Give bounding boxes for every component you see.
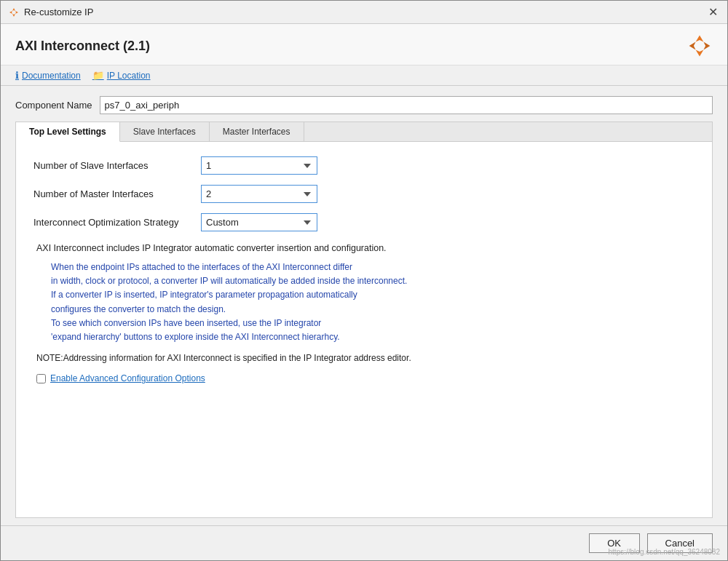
watermark: https://blog.csdn.net/qq_36248082 — [609, 548, 720, 556]
tab-body: Number of Slave Interfaces 1 2 3 4 Numbe… — [16, 142, 712, 517]
info-section: AXI Interconnect includes IP Integrator … — [33, 243, 695, 383]
info-detail-line-3: If a converter IP is inserted, IP integr… — [51, 288, 692, 302]
close-button[interactable]: ✕ — [705, 5, 720, 20]
optimization-select[interactable]: Custom Minimize Area Maximize Performanc… — [201, 213, 317, 231]
info-detail-line-4: configures the converter to match the de… — [51, 303, 692, 317]
slave-interfaces-select[interactable]: 1 2 3 4 — [201, 156, 317, 175]
info-detail-line-5: To see which conversion IPs have been in… — [51, 317, 692, 330]
ip-location-label: IP Location — [107, 71, 151, 81]
tab-master-interfaces[interactable]: Master Interfaces — [210, 122, 304, 141]
checkbox-row: Enable Advanced Configuration Options — [36, 373, 692, 383]
info-detail-line-1: When the endpoint IPs attached to the in… — [51, 260, 692, 274]
tab-header: Top Level Settings Slave Interfaces Mast… — [16, 122, 712, 142]
info-detail-line-2: in width, clock or protocol, a converter… — [51, 274, 692, 288]
component-name-row: Component Name — [1, 86, 727, 122]
info-detail-line-6: 'expand hierarchy' buttons to explore in… — [51, 330, 692, 344]
optimization-label: Interconnect Optimization Strategy — [33, 217, 201, 228]
folder-icon: 📁 — [92, 70, 104, 81]
app-icon — [8, 7, 20, 18]
master-interfaces-label: Number of Master Interfaces — [33, 188, 201, 199]
documentation-label: Documentation — [22, 71, 81, 81]
main-content: Top Level Settings Slave Interfaces Mast… — [1, 122, 727, 525]
master-interfaces-select[interactable]: 1 2 3 4 — [201, 185, 317, 203]
dialog: Re-customize IP ✕ AXI Interconnect (2.1)… — [0, 0, 728, 561]
documentation-link[interactable]: ℹ Documentation — [15, 70, 81, 81]
svg-marker-6 — [696, 49, 704, 56]
tab-top-level-settings[interactable]: Top Level Settings — [16, 122, 120, 142]
svg-marker-1 — [15, 11, 18, 14]
title-bar-left: Re-customize IP — [8, 7, 93, 18]
advanced-config-checkbox[interactable] — [36, 374, 46, 383]
svg-marker-7 — [689, 42, 696, 50]
header-section: AXI Interconnect (2.1) — [1, 24, 727, 65]
info-main-text: AXI Interconnect includes IP Integrator … — [36, 243, 692, 253]
app-logo — [687, 33, 713, 59]
app-title: AXI Interconnect (2.1) — [15, 39, 150, 54]
component-name-input[interactable] — [100, 96, 713, 114]
svg-marker-0 — [12, 8, 15, 11]
optimization-row: Interconnect Optimization Strategy Custo… — [33, 213, 695, 231]
ip-location-link[interactable]: 📁 IP Location — [92, 70, 151, 81]
advanced-config-label[interactable]: Enable Advanced Configuration Options — [50, 373, 205, 383]
info-icon: ℹ — [15, 70, 19, 81]
title-bar: Re-customize IP ✕ — [1, 1, 727, 24]
slave-interfaces-label: Number of Slave Interfaces — [33, 160, 201, 171]
slave-interfaces-row: Number of Slave Interfaces 1 2 3 4 — [33, 156, 695, 175]
svg-marker-4 — [696, 36, 704, 42]
dialog-title: Re-customize IP — [24, 7, 93, 17]
svg-marker-2 — [12, 14, 15, 17]
info-note: NOTE:Addressing information for AXI Inte… — [36, 353, 692, 363]
svg-marker-3 — [9, 11, 12, 14]
tab-slave-interfaces[interactable]: Slave Interfaces — [120, 122, 210, 141]
info-detail: When the endpoint IPs attached to the in… — [51, 260, 692, 344]
component-name-label: Component Name — [15, 100, 92, 111]
svg-marker-5 — [703, 42, 710, 50]
nav-bar: ℹ Documentation 📁 IP Location — [1, 65, 727, 86]
master-interfaces-row: Number of Master Interfaces 1 2 3 4 — [33, 185, 695, 203]
tab-container: Top Level Settings Slave Interfaces Mast… — [15, 122, 713, 518]
